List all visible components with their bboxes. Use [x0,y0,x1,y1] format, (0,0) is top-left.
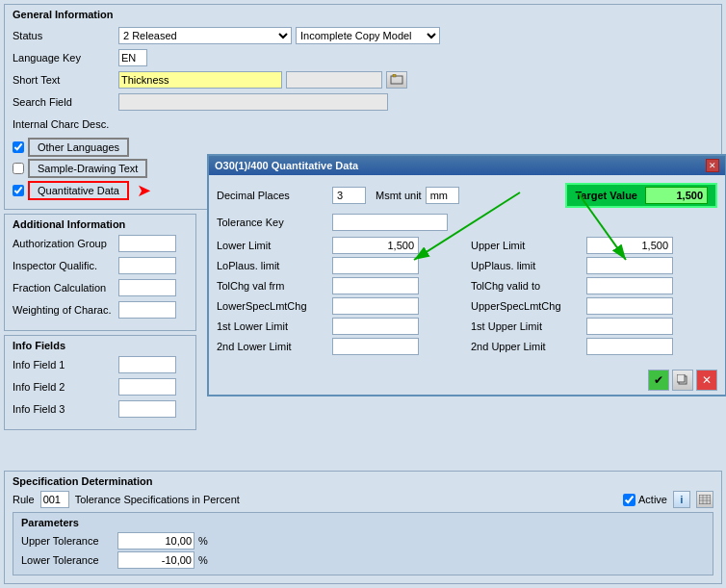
inspector-row: Inspector Qualific. [13,256,188,275]
first-lower-limit-label: 1st Lower Limit [217,320,332,332]
modal-body: Decimal Places Msmt unit Target Value To… [209,175,725,366]
short-text-browse-btn[interactable] [386,71,407,89]
lower-tol-unit: % [198,554,208,566]
target-value-container: Target Value [565,183,717,208]
spec-det-panel: Specification Determination Rule Toleran… [4,471,722,584]
weighting-input[interactable] [118,301,176,319]
lower-limit-input[interactable] [332,237,419,254]
fraction-input[interactable] [118,279,176,296]
svg-rect-8 [677,374,685,382]
add-info-title: Additional Information [13,218,188,230]
fraction-label: Fraction Calculation [13,282,118,294]
info-field3-row: Info Field 3 [13,399,188,419]
upper-spec-lmt-input[interactable] [586,297,673,315]
active-checkbox[interactable] [623,494,635,506]
sample-drawing-checkbox[interactable] [13,163,24,174]
quantitative-data-modal: O30(1)/400 Quantitative Data ✕ Decimal P… [207,154,726,396]
short-text-row: Short Text [13,70,713,89]
info-field2-input[interactable] [118,378,176,396]
decimal-places-input[interactable] [332,187,366,204]
info-field1-row: Info Field 1 [13,355,188,374]
first-upper-limit-input[interactable] [586,318,673,335]
tol-chg-to-label: TolChg valid to [471,280,586,292]
table-icon[interactable] [696,491,713,508]
status-select[interactable]: 2 Released [118,27,292,44]
quant-data-checkbox[interactable] [13,185,24,196]
tol-chg-to-input[interactable] [586,277,673,294]
lang-key-input[interactable] [118,49,147,66]
second-upper-limit-label: 2nd Upper Limit [471,341,586,352]
modal-close-button[interactable]: ✕ [706,159,719,172]
tolerance-key-input[interactable] [332,214,448,231]
upper-limit-label: Upper Limit [471,240,586,251]
decimal-places-row: Decimal Places Msmt unit Target Value [217,183,717,208]
modal-save-button[interactable]: ✔ [648,370,669,391]
lo-plaus-label: LoPlaus. limit [217,260,332,271]
short-text-input[interactable] [118,71,282,89]
up-plaus-row: UpPlaus. limit [471,257,717,274]
lower-tol-row: Lower Tolerance % [21,551,705,569]
other-languages-button[interactable]: Other Languages [28,138,129,157]
quant-data-button[interactable]: Quantitative Data [28,181,129,200]
first-upper-limit-row: 1st Upper Limit [471,318,717,335]
auth-group-label: Authorization Group [13,238,118,249]
lower-spec-lmt-label: LowerSpecLmtChg [217,300,332,312]
short-text-label: Short Text [13,74,118,86]
inspector-input[interactable] [118,257,176,274]
up-plaus-input[interactable] [586,257,673,274]
lang-key-row: Language Key [13,48,713,67]
lower-tol-input[interactable] [117,551,194,569]
modal-two-col: Lower Limit LoPlaus. limit TolChg val fr… [217,237,717,358]
svg-rect-2 [699,495,711,504]
modal-cancel-button[interactable]: ✕ [696,370,717,391]
auth-group-input[interactable] [118,235,176,252]
target-value-input[interactable] [645,187,708,204]
search-field-label: Search Field [13,96,118,108]
second-upper-limit-row: 2nd Upper Limit [471,338,717,355]
second-upper-limit-input[interactable] [586,338,673,355]
status-row: Status 2 Released Incomplete Copy Model [13,26,713,45]
msmt-unit-input[interactable] [426,187,459,204]
search-field-row: Search Field [13,92,713,112]
decimal-places-label: Decimal Places [217,190,332,201]
tol-chg-frm-input[interactable] [332,277,419,294]
upper-tol-row: Upper Tolerance % [21,532,705,550]
rule-label: Rule [13,494,35,505]
modal-copy-button[interactable] [672,370,693,391]
upper-limit-input[interactable] [586,237,673,254]
info-field3-input[interactable] [118,400,176,418]
short-text-extra-input[interactable] [286,71,382,89]
lo-plaus-input[interactable] [332,257,419,274]
modal-title: O30(1)/400 Quantitative Data [215,160,358,171]
tol-chg-frm-label: TolChg val frm [217,280,332,292]
copy-model-select[interactable]: Incomplete Copy Model [296,27,440,44]
info-icon[interactable]: i [673,491,690,508]
rule-input[interactable] [40,491,69,508]
modal-left-col: Lower Limit LoPlaus. limit TolChg val fr… [217,237,463,358]
upper-tol-unit: % [198,535,208,547]
status-dropdown: 2 Released Incomplete Copy Model [118,27,440,44]
search-field-input[interactable] [118,93,388,111]
info-field2-row: Info Field 2 [13,377,188,396]
spec-rule-row: Rule Tolerance Specifications in Percent… [13,491,713,508]
info-field1-input[interactable] [118,356,176,373]
info-fields-title: Info Fields [13,340,188,351]
other-languages-checkbox[interactable] [13,141,24,153]
modal-titlebar: O30(1)/400 Quantitative Data ✕ [209,156,725,175]
first-lower-limit-input[interactable] [332,318,419,335]
gen-info-title: General Information [13,9,713,20]
lower-tol-label: Lower Tolerance [21,554,117,566]
fraction-row: Fraction Calculation [13,278,188,297]
sample-drawing-button[interactable]: Sample-Drawing Text [28,159,147,178]
upper-tol-input[interactable] [117,532,194,550]
lower-limit-row: Lower Limit [217,237,463,254]
params-title: Parameters [21,517,705,528]
lower-spec-lmt-row: LowerSpecLmtChg [217,297,463,315]
rule-desc: Tolerance Specifications in Percent [75,494,617,505]
lower-spec-lmt-input[interactable] [332,297,419,315]
tol-chg-frm-row: TolChg val frm [217,277,463,294]
auth-group-row: Authorization Group [13,234,188,253]
additional-info-panel: Additional Information Authorization Gro… [4,214,196,331]
red-arrow-indicator: ➤ [137,180,151,201]
second-lower-limit-input[interactable] [332,338,419,355]
